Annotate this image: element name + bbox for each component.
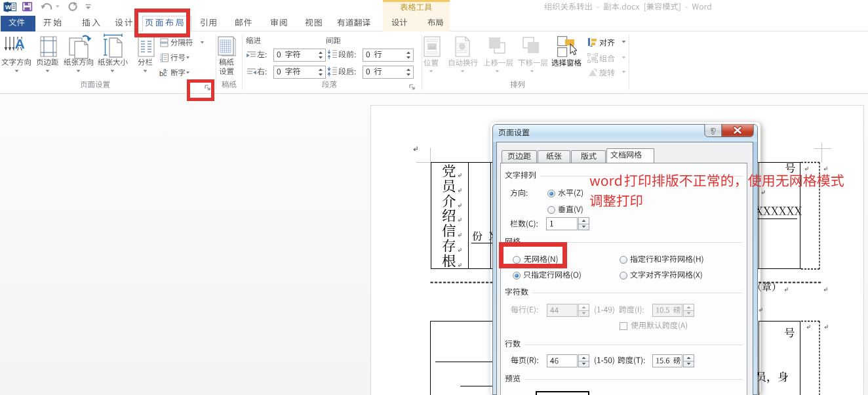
svg-text:?: ? xyxy=(711,126,716,136)
svg-text:A: A xyxy=(14,36,24,51)
svg-text:a-: a- xyxy=(163,68,168,73)
svg-text:3: 3 xyxy=(160,60,162,62)
svg-text:W: W xyxy=(5,3,11,10)
